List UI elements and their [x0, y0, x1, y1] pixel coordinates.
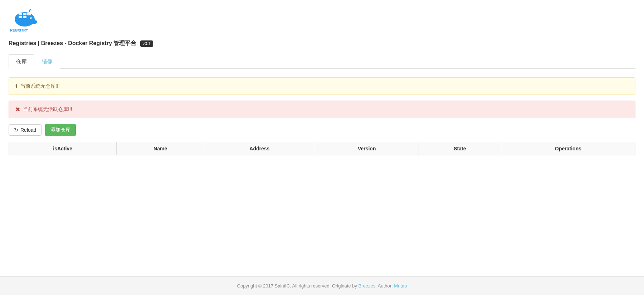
breezes-link[interactable]: Breezes	[358, 283, 376, 289]
main-content: ℹ 当前系统无仓库!!! ✖ 当前系统无活跃仓库!!! ↻ Reload 添加仓…	[0, 69, 644, 276]
col-state: State	[419, 142, 501, 155]
footer-author-text: . Author:	[375, 283, 394, 289]
add-warehouse-label: 添加仓库	[50, 127, 70, 133]
svg-point-7	[30, 18, 31, 18]
author-link[interactable]: Mr.tao	[394, 283, 407, 289]
alert-no-active-warehouse: ✖ 当前系统无活跃仓库!!!	[9, 101, 635, 118]
table-header: isActive Name Address Version State Oper…	[9, 142, 635, 155]
svg-text:REGISTRY: REGISTRY	[10, 28, 29, 32]
col-name: Name	[117, 142, 204, 155]
page-title: Registries | Breezes - Docker Registry 管…	[9, 40, 137, 47]
svg-rect-2	[23, 13, 26, 15]
alert-no-warehouse: ℹ 当前系统无仓库!!!	[9, 77, 635, 95]
error-icon: ✖	[15, 106, 20, 113]
col-address: Address	[204, 142, 315, 155]
alert-warning-message: 当前系统无仓库!!!	[20, 83, 60, 90]
version-badge: v0.1	[140, 40, 153, 47]
col-operations: Operations	[501, 142, 635, 155]
footer: Copyright © 2017 SaintIC. All rights res…	[0, 276, 644, 295]
col-isactive: isActive	[9, 142, 117, 155]
button-row: ↻ Reload 添加仓库	[9, 124, 635, 136]
info-icon: ℹ	[15, 83, 18, 90]
tabs-bar: 仓库 镜像	[9, 54, 635, 69]
svg-rect-4	[19, 16, 22, 18]
alert-danger-message: 当前系统无活跃仓库!!!	[23, 106, 72, 113]
svg-rect-5	[23, 16, 26, 18]
reload-button[interactable]: ↻ Reload	[9, 124, 42, 136]
logo-image: REGISTRY	[9, 6, 41, 34]
page-title-row: Registries | Breezes - Docker Registry 管…	[9, 38, 635, 52]
add-warehouse-button[interactable]: 添加仓库	[45, 124, 76, 136]
reload-icon: ↻	[14, 127, 18, 133]
header: REGISTRY Registries | Breezes - Docker R…	[0, 0, 644, 54]
table-header-row: isActive Name Address Version State Oper…	[9, 142, 635, 155]
svg-rect-1	[19, 13, 22, 15]
logo-container: REGISTRY	[9, 6, 635, 38]
col-version: Version	[315, 142, 419, 155]
footer-copyright: Copyright © 2017 SaintIC. All rights res…	[237, 283, 358, 289]
registries-table: isActive Name Address Version State Oper…	[9, 142, 635, 155]
reload-label: Reload	[20, 127, 36, 133]
tab-warehouses[interactable]: 仓库	[9, 54, 34, 69]
svg-rect-3	[27, 13, 31, 15]
tab-mirrors[interactable]: 镜像	[34, 54, 60, 69]
